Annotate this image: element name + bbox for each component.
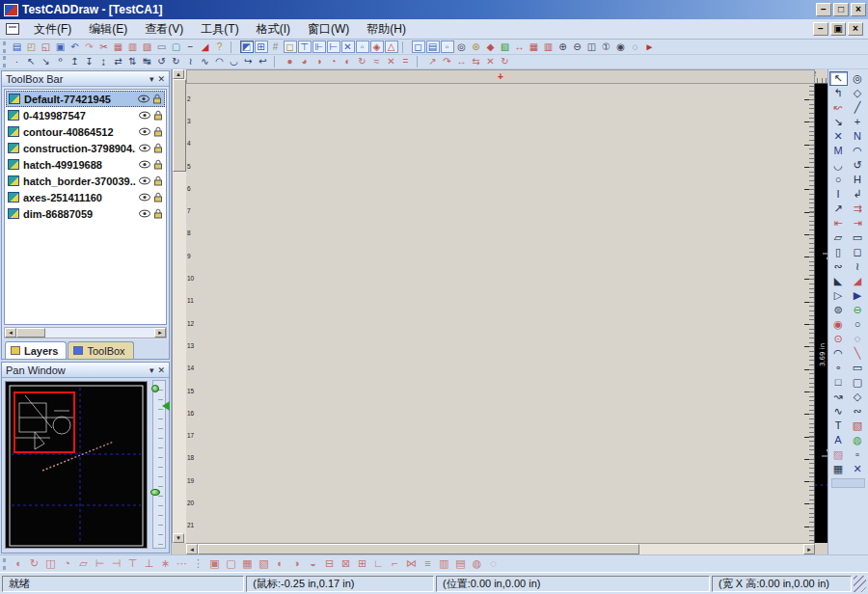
dim-i-tool-icon[interactable]: I — [829, 187, 848, 202]
skew-icon[interactable]: ▱ — [76, 556, 92, 571]
mdi-restore-button[interactable]: ▣ — [830, 22, 846, 36]
image-tool-icon[interactable]: ▧ — [849, 418, 867, 433]
leader-tool-icon[interactable]: ↲ — [849, 187, 867, 202]
ruler-origin-button[interactable]: + — [186, 69, 815, 84]
menu-tools[interactable]: 工具(T) — [192, 19, 247, 40]
layer-visible-eye-icon[interactable] — [139, 127, 150, 136]
point-down-icon[interactable]: ↧ — [83, 56, 96, 68]
trim-icon[interactable]: ⌐ — [388, 556, 403, 571]
scale-icon[interactable]: ◔ — [60, 556, 75, 571]
paste-icon[interactable]: ▥ — [126, 40, 140, 53]
expand-h-icon[interactable]: ↔ — [455, 56, 469, 68]
point-up-icon[interactable]: ↥ — [68, 56, 82, 68]
pan-thumbnail[interactable] — [5, 381, 148, 549]
open-file-icon[interactable]: ◰ — [25, 40, 39, 53]
redline-tool-icon[interactable]: ► — [643, 40, 657, 53]
ungroup-icon[interactable]: ▧ — [257, 556, 272, 571]
chamfer-icon[interactable]: ▥ — [437, 556, 452, 571]
redo-icon[interactable]: ↷ — [83, 40, 96, 53]
table-tool-icon[interactable]: ▦ — [829, 462, 848, 476]
select-mode-icon[interactable]: ◻ — [412, 40, 425, 53]
snap-nearest-icon[interactable]: ⊩ — [312, 40, 326, 53]
triangle-left-tool-icon[interactable]: ◣ — [829, 274, 848, 288]
blank-rect-tool-icon[interactable]: ▫ — [849, 447, 867, 462]
scrollbar-thumb[interactable] — [173, 79, 186, 172]
slider-top-knob[interactable] — [151, 385, 159, 392]
save-icon[interactable]: ▣ — [54, 40, 68, 53]
arc2-tool-icon[interactable]: ◠ — [829, 346, 848, 361]
text-art-tool-icon[interactable]: A — [829, 433, 848, 447]
dim-horizontal-tool-icon[interactable]: ⇤ — [829, 216, 848, 230]
point-tool-icon[interactable]: ↘ — [829, 115, 848, 129]
scroll-down-icon[interactable]: ▾ — [173, 533, 184, 543]
tab-point-icon[interactable]: ↹ — [141, 56, 154, 68]
layer-lock-icon[interactable] — [153, 159, 163, 170]
regenerate-icon[interactable]: ↻ — [499, 56, 512, 68]
wave-segment-icon[interactable]: ≀ — [184, 56, 198, 68]
snap-endpoint-icon[interactable]: ⊤ — [298, 40, 312, 53]
layer-lock-icon[interactable] — [153, 192, 163, 202]
snap-intersection-icon[interactable]: ✕ — [341, 40, 355, 53]
spline-tool-icon[interactable]: N — [849, 129, 867, 144]
origin-point-icon[interactable]: º — [54, 56, 68, 68]
align-bottom-icon[interactable]: ⊥ — [142, 556, 157, 571]
delete-tool-icon[interactable]: ✕ — [849, 462, 867, 476]
fill-quarter-icon[interactable]: ◔ — [327, 56, 340, 68]
ellipse-dashed-tool-icon[interactable]: ⊖ — [849, 303, 867, 317]
layer-lock-icon[interactable] — [153, 208, 163, 219]
scrollbar-thumb[interactable] — [16, 328, 45, 338]
panel-close-icon[interactable]: ✕ — [157, 365, 165, 375]
scroll-right-icon[interactable]: ▸ — [154, 328, 166, 338]
layer-row[interactable]: contour-40864512 — [6, 123, 165, 140]
toolbar-grip[interactable] — [3, 56, 7, 68]
intersect-icon[interactable]: ⊠ — [339, 556, 354, 571]
join-icon[interactable]: ◍ — [470, 556, 485, 571]
help-icon[interactable]: ? — [213, 40, 227, 53]
menu-edit[interactable]: 编辑(E) — [80, 19, 136, 40]
layer-lock-icon[interactable] — [153, 126, 163, 137]
small-circle-tool-icon[interactable]: ∘ — [829, 361, 848, 375]
palette-grip[interactable] — [831, 478, 865, 488]
polygon-tool-icon[interactable]: ▷ — [829, 288, 848, 303]
layer-row[interactable]: 0-419987547 — [6, 107, 165, 123]
zoom-one-icon[interactable]: ① — [600, 40, 613, 53]
grid-display-icon[interactable]: # — [269, 40, 283, 53]
menu-file[interactable]: 文件(F) — [25, 19, 80, 40]
new-document-icon[interactable]: ▤ — [11, 40, 24, 53]
union-icon[interactable]: ◒ — [306, 556, 321, 571]
layer-visible-eye-icon[interactable] — [139, 144, 150, 152]
dim-aligned-tool-icon[interactable]: ↗ — [829, 202, 848, 216]
array-icon[interactable]: ⊞ — [355, 556, 370, 571]
resize-grip[interactable] — [854, 576, 866, 592]
swap-vertical-icon[interactable]: ⇅ — [126, 56, 140, 68]
point-prev-icon[interactable]: ↖ — [25, 56, 39, 68]
menu-help[interactable]: 帮助(H) — [358, 19, 415, 40]
scroll-left-icon[interactable]: ◂ — [186, 544, 198, 554]
layer-visible-eye-icon[interactable] — [139, 209, 150, 218]
circle-dot-tool-icon[interactable]: ⊙ — [829, 332, 848, 346]
pan-collapse-arrow-icon[interactable] — [162, 401, 170, 411]
offset-icon[interactable]: ∟ — [371, 556, 387, 571]
hatch-line-tool-icon[interactable]: ╲ — [849, 346, 867, 361]
fill-half-icon[interactable]: ◑ — [312, 56, 326, 68]
erase-fill-icon[interactable]: ✕ — [385, 56, 398, 68]
scroll-right-icon[interactable]: ▸ — [803, 544, 815, 554]
layer-row[interactable]: dim-86887059 — [6, 205, 165, 222]
layer-list-hscrollbar[interactable]: ◂ ▸ — [4, 327, 167, 338]
bring-to-front-icon[interactable]: ▣ — [207, 556, 223, 571]
menu-view[interactable]: 查看(V) — [136, 19, 192, 40]
snap-midpoint-icon[interactable]: ⊢ — [327, 40, 340, 53]
move-icon[interactable]: ◖ — [11, 556, 26, 571]
fill-full-icon[interactable]: ● — [284, 56, 297, 68]
layers-tool-icon[interactable]: ▧ — [499, 40, 512, 53]
scroll-left-icon[interactable]: ◂ — [5, 328, 16, 338]
circle-center-tool-icon[interactable]: ◉ — [829, 317, 848, 332]
point-next-icon[interactable]: ↘ — [40, 56, 53, 68]
sketch-editor-icon[interactable]: ◩ — [240, 40, 254, 53]
callout-left-tool-icon[interactable]: ▯ — [829, 245, 848, 259]
snap-angle-icon[interactable]: △ — [385, 40, 398, 53]
import-file-icon[interactable]: ◱ — [40, 40, 53, 53]
menu-format[interactable]: 格式(I) — [248, 19, 299, 40]
fill-three-quarter-icon[interactable]: ◕ — [298, 56, 312, 68]
equal-fill-icon[interactable]: = — [399, 56, 413, 68]
